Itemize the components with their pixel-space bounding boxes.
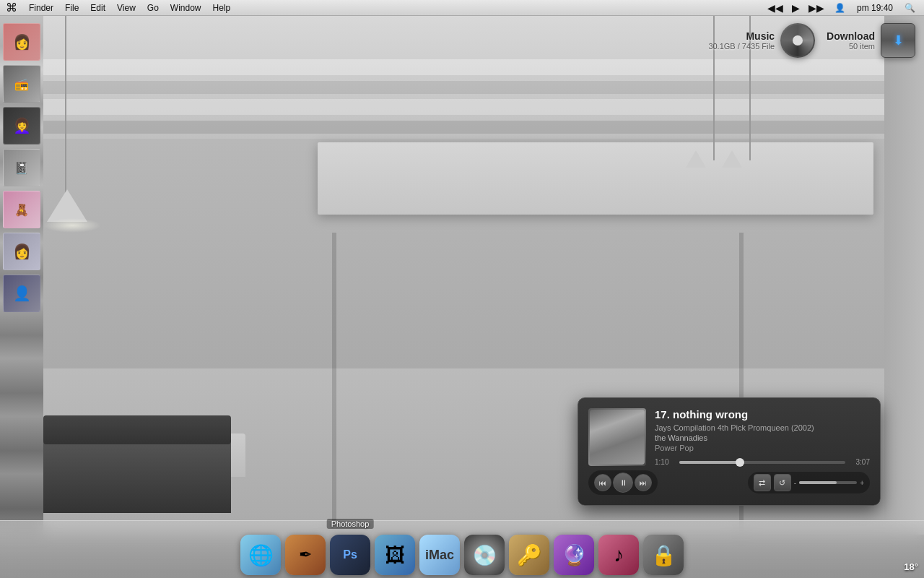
dock-item-key[interactable]: 🔑	[509, 535, 549, 575]
sidebar-thumb-6[interactable]: 👩	[3, 233, 40, 270]
rewind-button[interactable]: ◀◀	[766, 2, 785, 14]
progress-row: 1:10 3:07	[655, 458, 870, 466]
photoshop-label: Photoshop	[327, 519, 374, 529]
sidebar-thumb-5[interactable]: 🧸	[3, 191, 40, 228]
time-total: 3:07	[850, 458, 870, 466]
track-album: Jays Compilation 4th Pick Promqueen (200…	[655, 423, 870, 432]
dock: 🌐 ✒ Photoshop Ps 🖼 iMac 💿 🔑 🔮 ♪ 🔒	[0, 520, 924, 578]
dock-icon-pen[interactable]: ✒	[285, 535, 326, 575]
dock-item-disc[interactable]: 💿	[464, 535, 505, 575]
dock-icon-purple[interactable]: 🔮	[554, 535, 594, 575]
extra-controls: ⇄ ↺ - +	[748, 472, 870, 493]
volume-max: +	[860, 479, 864, 487]
volume-bar[interactable]	[799, 481, 857, 484]
download-widget-subtitle: 50 item	[827, 42, 875, 51]
dock-item-photoshop[interactable]: Photoshop Ps	[330, 535, 370, 575]
menu-window[interactable]: Window	[165, 0, 207, 16]
player-inner: 17. nothing wrong Jays Compilation 4th P…	[588, 408, 870, 470]
volume-min: -	[794, 479, 796, 487]
sidebar-thumb-2[interactable]: 📻	[3, 65, 40, 103]
sidebar-thumbnails: 👩 📻 👩‍🦱 📓 🧸 👩 👤	[0, 22, 43, 314]
clock: pm 19:40	[854, 3, 896, 13]
dock-item-pen[interactable]: ✒	[285, 535, 326, 575]
disc-center	[793, 35, 803, 46]
track-genre: Power Pop	[655, 444, 870, 452]
play-button[interactable]: ▶	[790, 2, 801, 14]
dock-icon-dashboard[interactable]: 🌐	[240, 535, 281, 575]
music-widget-text: Music 30.1GB / 7435 File	[708, 30, 775, 51]
sidebar-thumb-1[interactable]: 👩	[3, 23, 40, 61]
music-widget-title: Music	[708, 30, 775, 42]
dock-item-dashboard[interactable]: 🌐	[240, 535, 281, 575]
dock-icon-photos[interactable]: 🖼	[375, 535, 415, 575]
dock-icon-music[interactable]: ♪	[598, 535, 639, 575]
dock-icon-imac[interactable]: iMac	[419, 535, 460, 575]
track-number: 17.	[655, 408, 670, 420]
download-widget-text: Download 50 item	[827, 30, 875, 51]
dock-icon-key[interactable]: 🔑	[509, 535, 549, 575]
transport-controls: ⏮ ⏸ ⏭	[588, 470, 658, 495]
dock-item-music[interactable]: ♪	[598, 535, 639, 575]
music-widget-subtitle: 30.1GB / 7435 File	[708, 42, 775, 51]
time-elapsed: 1:10	[655, 458, 675, 466]
dock-item-imac[interactable]: iMac	[419, 535, 460, 575]
menu-view[interactable]: View	[111, 0, 141, 16]
track-name: nothing wrong	[673, 408, 748, 420]
menubar: ⌘ Finder File Edit View Go Window Help ◀…	[0, 0, 924, 16]
dock-icon-photoshop[interactable]: Ps	[330, 535, 370, 575]
dock-item-lock[interactable]: 🔒	[643, 535, 684, 575]
music-player: 17. nothing wrong Jays Compilation 4th P…	[578, 397, 881, 506]
download-icon[interactable]: ⬇	[881, 23, 915, 58]
album-art-image	[590, 410, 645, 465]
music-widget-icon[interactable]	[780, 23, 815, 58]
shuffle-button[interactable]: ⇄	[754, 474, 771, 491]
album-art	[588, 408, 646, 466]
menubar-right: ◀◀ ▶ ▶▶ 👤 pm 19:40 🔍	[766, 2, 918, 14]
sidebar-thumb-4[interactable]: 📓	[3, 149, 40, 186]
dock-items: 🌐 ✒ Photoshop Ps 🖼 iMac 💿 🔑 🔮 ♪ 🔒	[240, 535, 684, 575]
menu-finder[interactable]: Finder	[23, 0, 59, 16]
search-icon[interactable]: 🔍	[902, 3, 918, 13]
apple-menu[interactable]: ⌘	[6, 1, 17, 14]
menu-file[interactable]: File	[59, 0, 84, 16]
progress-bar[interactable]	[679, 461, 845, 464]
forward-button[interactable]: ▶▶	[807, 2, 826, 14]
prev-button[interactable]: ⏮	[594, 474, 611, 491]
temperature-badge: 18°	[904, 561, 918, 572]
progress-handle[interactable]	[736, 458, 744, 467]
menu-help[interactable]: Help	[207, 0, 237, 16]
repeat-button[interactable]: ↺	[774, 474, 791, 491]
disc-icon	[782, 25, 814, 56]
download-widget-title: Download	[827, 30, 875, 42]
player-info: 17. nothing wrong Jays Compilation 4th P…	[655, 408, 870, 470]
pause-button[interactable]: ⏸	[613, 473, 633, 493]
sidebar-thumb-3[interactable]: 👩‍🦱	[3, 107, 40, 144]
menu-go[interactable]: Go	[141, 0, 165, 16]
player-controls: ⏮ ⏸ ⏭ ⇄ ↺ - +	[588, 470, 870, 495]
dock-item-purple[interactable]: 🔮	[554, 535, 594, 575]
dock-icon-disc[interactable]: 💿	[464, 535, 505, 575]
dock-item-photos[interactable]: 🖼	[375, 535, 415, 575]
download-arrow-icon: ⬇	[893, 33, 904, 48]
dock-icon-lock[interactable]: 🔒	[643, 535, 684, 575]
download-widget[interactable]: Download 50 item ⬇	[827, 23, 915, 58]
menu-edit[interactable]: Edit	[84, 0, 111, 16]
music-widget[interactable]: Music 30.1GB / 7435 File	[708, 23, 815, 58]
top-widgets: Music 30.1GB / 7435 File Download 50 ite…	[708, 23, 915, 58]
user-icon[interactable]: 👤	[832, 3, 848, 13]
sidebar-thumb-7[interactable]: 👤	[3, 275, 40, 312]
volume-fill	[799, 481, 837, 484]
progress-fill	[679, 461, 739, 464]
next-button[interactable]: ⏭	[635, 474, 652, 491]
track-artist: the Wannadies	[655, 434, 870, 442]
track-title: 17. nothing wrong	[655, 408, 870, 420]
